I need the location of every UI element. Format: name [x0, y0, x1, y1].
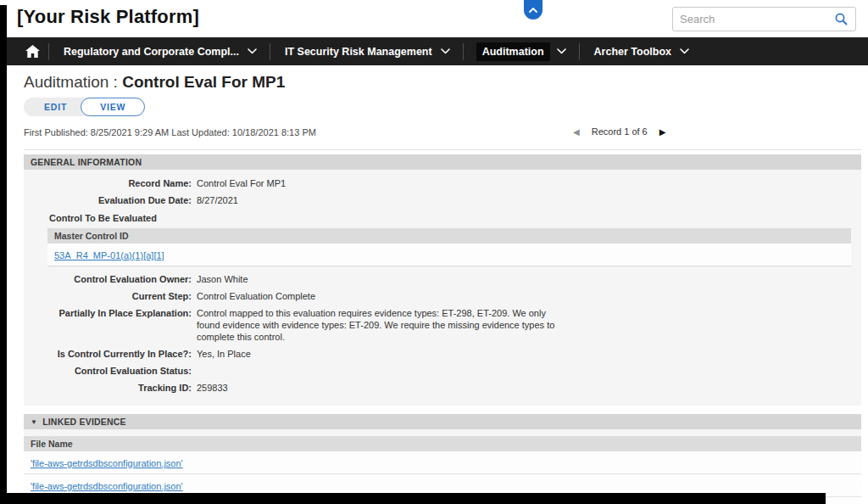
- app-title: [Your Risk Platform]: [17, 6, 199, 28]
- record-title: Control Eval For MP1: [122, 73, 285, 91]
- evidence-file-link[interactable]: 'file-aws-getrdsdbsconfiguration.json': [31, 458, 183, 468]
- general-information-header: GENERAL INFORMATION: [24, 154, 861, 170]
- main-content: Auditmation : Control Eval For MP1 EDIT …: [7, 65, 868, 493]
- screen: [Your Risk Platform] Regulatory and Corp…: [0, 0, 868, 504]
- field-label: Record Name:: [31, 177, 197, 189]
- field-value: Control mapped to this evaluation requir…: [197, 307, 561, 343]
- edit-button[interactable]: EDIT: [24, 102, 81, 112]
- field-label: Partially In Place Explanation:: [31, 307, 197, 343]
- file-name-column-header: File Name: [24, 436, 861, 451]
- chevron-down-icon: [441, 48, 450, 54]
- field-label: Evaluation Due Date:: [31, 194, 197, 206]
- view-button[interactable]: VIEW: [81, 98, 145, 116]
- field-label: Current Step:: [31, 290, 197, 302]
- field-tracking-id: Tracking ID: 259833: [31, 382, 854, 394]
- search-box: [672, 7, 856, 31]
- record-navigator: ◀ Record 1 of 6 ▶: [573, 126, 665, 137]
- field-record-name: Record Name: Control Eval For MP1: [31, 177, 854, 189]
- general-information-body: Record Name: Control Eval For MP1 Evalua…: [24, 170, 861, 406]
- field-value: Control Eval For MP1: [197, 177, 286, 189]
- master-control-table: Master Control ID 53A_R4_MP-01(a)(1)[a][…: [47, 228, 851, 266]
- linked-evidence-section: ▼ LINKED EVIDENCE File Name 'file-aws-ge…: [24, 414, 861, 504]
- field-partially-in-place-explanation: Partially In Place Explanation: Control …: [31, 307, 854, 343]
- field-evaluation-due-date: Evaluation Due Date: 8/27/2021: [31, 194, 854, 206]
- evidence-file-row: 'file-aws-getrdsdbsconfiguration.json': [24, 451, 861, 474]
- next-record-icon[interactable]: ▶: [659, 127, 666, 137]
- field-value: Yes, In Place: [197, 348, 251, 360]
- chevron-down-icon: [680, 48, 689, 54]
- collapse-header-button[interactable]: [524, 0, 542, 20]
- search-input[interactable]: [680, 13, 834, 25]
- field-label: Control Evaluation Owner:: [31, 273, 197, 285]
- page-title-prefix: Auditmation :: [24, 73, 122, 91]
- frame-left-strip: [0, 5, 7, 504]
- table-row: 53A_R4_MP-01(a)(1)[a][1]: [47, 244, 851, 266]
- field-label: Control Evaluation Status:: [31, 365, 197, 377]
- section-header-label: GENERAL INFORMATION: [31, 157, 142, 167]
- content-divider: [24, 149, 861, 150]
- edit-view-toggle: EDIT VIEW: [24, 98, 145, 116]
- nav-item-label: IT Security Risk Management: [283, 42, 434, 61]
- field-value: Jason White: [197, 273, 248, 285]
- nav-item-label: Auditmation: [476, 42, 550, 61]
- chevron-down-icon: [557, 48, 566, 54]
- nav-item-label: Archer Toolbox: [593, 42, 673, 61]
- chevron-up-icon: [528, 7, 538, 14]
- control-to-be-evaluated-label: Control To Be Evaluated: [49, 213, 854, 223]
- record-meta-row: First Published: 8/25/2021 9:29 AM Last …: [24, 127, 861, 139]
- field-value: 259833: [197, 382, 228, 394]
- nav-item-it-security-risk[interactable]: IT Security Risk Management: [270, 37, 463, 65]
- page-title: Auditmation : Control Eval For MP1: [24, 65, 861, 92]
- search-icon[interactable]: [834, 12, 849, 26]
- home-button[interactable]: [17, 37, 48, 65]
- general-information-section: GENERAL INFORMATION Record Name: Control…: [24, 154, 861, 406]
- evidence-file-link[interactable]: 'file-aws-getrdsdbsconfiguration.json': [31, 481, 183, 491]
- record-count-label: Record 1 of 6: [592, 126, 648, 137]
- publish-dates-text: First Published: 8/25/2021 9:29 AM Last …: [24, 127, 316, 137]
- home-icon: [25, 45, 40, 58]
- field-label: Is Control Currently In Place?:: [31, 348, 197, 360]
- section-header-label: LINKED EVIDENCE: [42, 417, 126, 427]
- master-control-link[interactable]: 53A_R4_MP-01(a)(1)[a][1]: [54, 250, 164, 260]
- collapse-triangle-icon[interactable]: ▼: [31, 418, 37, 426]
- nav-item-auditmation[interactable]: Auditmation: [464, 37, 579, 65]
- previous-record-icon[interactable]: ◀: [573, 127, 580, 137]
- field-current-step: Current Step: Control Evaluation Complet…: [31, 290, 854, 302]
- field-is-control-currently-in-place: Is Control Currently In Place?: Yes, In …: [31, 348, 854, 360]
- top-header: [Your Risk Platform]: [7, 0, 868, 37]
- frame-bottom-strip: [0, 493, 826, 504]
- field-value: 8/27/2021: [197, 194, 238, 206]
- field-control-evaluation-owner: Control Evaluation Owner: Jason White: [31, 273, 854, 285]
- nav-item-regulatory-compliance[interactable]: Regulatory and Corporate Compl...: [49, 37, 270, 65]
- nav-item-label: Regulatory and Corporate Compl...: [62, 42, 241, 61]
- nav-item-archer-toolbox[interactable]: Archer Toolbox: [580, 37, 702, 65]
- chevron-down-icon: [248, 48, 257, 54]
- field-value: Control Evaluation Complete: [197, 290, 315, 302]
- field-control-evaluation-status: Control Evaluation Status:: [31, 365, 854, 377]
- master-control-id-column-header: Master Control ID: [47, 228, 851, 244]
- field-label: Tracking ID:: [31, 382, 197, 394]
- main-navbar: Regulatory and Corporate Compl... IT Sec…: [7, 37, 868, 65]
- linked-evidence-header: ▼ LINKED EVIDENCE: [24, 414, 861, 429]
